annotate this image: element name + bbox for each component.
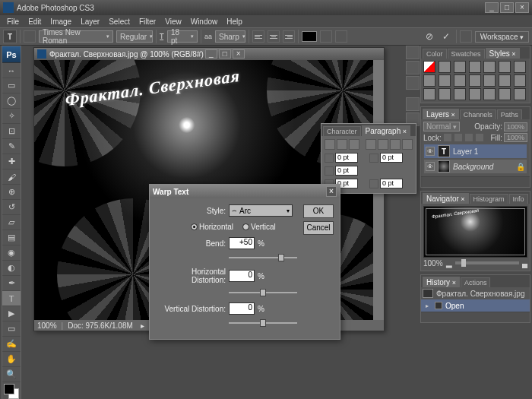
go-bridge-icon[interactable] — [460, 30, 472, 43]
text-orientation-toggle[interactable] — [24, 30, 36, 43]
style-swatch[interactable] — [423, 88, 435, 100]
tab-navigator[interactable]: Navigator × — [423, 193, 469, 204]
doc-info-menu-icon[interactable]: ▸ — [141, 321, 144, 330]
style-swatch[interactable] — [469, 61, 481, 73]
style-swatch[interactable] — [454, 88, 466, 100]
tab-histogram[interactable]: Histogram — [470, 194, 508, 204]
ok-button[interactable]: OK — [303, 204, 334, 218]
zoom-out-icon[interactable]: ▂ — [446, 259, 452, 268]
text-color-swatch[interactable] — [302, 31, 317, 42]
layer-row-text[interactable]: 👁 T Layer 1 — [423, 144, 527, 159]
align-left-button[interactable] — [252, 30, 264, 43]
space-after-field[interactable]: 0 pt — [380, 179, 403, 188]
gradient-tool[interactable]: ▤ — [2, 230, 21, 245]
tab-swatches[interactable]: Swatches — [448, 49, 485, 59]
layer-visibility-icon[interactable]: 👁 — [426, 147, 435, 156]
tab-paragraph[interactable]: Paragraph × — [362, 125, 410, 136]
char-panel-button[interactable] — [335, 30, 347, 43]
crop-tool[interactable]: ⊡ — [2, 124, 21, 139]
align-center-button[interactable] — [268, 30, 280, 43]
style-swatch[interactable] — [483, 88, 496, 100]
style-swatch[interactable] — [514, 88, 526, 100]
commit-edits-icon[interactable]: ✓ — [439, 30, 453, 43]
style-swatch[interactable] — [499, 74, 511, 87]
para-justify-all[interactable] — [402, 139, 413, 150]
style-none[interactable] — [423, 61, 435, 73]
style-swatch[interactable] — [454, 61, 466, 73]
notes-tool[interactable]: ✍ — [2, 337, 21, 352]
layer-name[interactable]: Layer 1 — [453, 147, 478, 156]
zoom-tool[interactable]: 🔍 — [2, 367, 21, 382]
history-brush-source-icon[interactable]: ▸ — [423, 301, 432, 310]
style-swatch[interactable] — [499, 61, 511, 73]
style-swatch[interactable] — [469, 74, 481, 87]
para-justify-center[interactable] — [378, 139, 388, 150]
fill-field[interactable]: 100% — [504, 133, 527, 142]
style-swatch[interactable] — [439, 61, 451, 73]
menu-help[interactable]: Help — [223, 17, 246, 27]
lock-pixels-icon[interactable] — [454, 133, 463, 142]
lock-trans-icon[interactable] — [443, 133, 452, 142]
vdist-slider[interactable] — [229, 319, 297, 327]
menu-select[interactable]: Select — [105, 17, 134, 27]
nav-zoom-field[interactable]: 100% — [423, 259, 443, 268]
tab-paths[interactable]: Paths — [497, 109, 522, 119]
history-state-open[interactable]: ▸ Open — [421, 299, 530, 312]
doc-zoom-field[interactable]: 100% — [37, 321, 57, 330]
tab-layers[interactable]: Layers × — [423, 109, 459, 119]
indent-left-field[interactable]: 0 pt — [335, 153, 358, 163]
indent-first-field[interactable]: 0 pt — [335, 166, 358, 176]
doc-max-button[interactable]: □ — [219, 49, 231, 59]
hdist-field[interactable]: 0 — [229, 270, 255, 282]
lock-all-icon[interactable] — [475, 133, 484, 142]
menu-window[interactable]: Window — [187, 17, 222, 27]
style-swatch[interactable] — [483, 61, 496, 73]
type-tool[interactable]: T — [2, 291, 21, 306]
doc-info-field[interactable]: Doc: 975.6K/1.08M — [68, 321, 133, 330]
indent-right-field[interactable]: 0 pt — [380, 153, 403, 163]
blend-mode-dropdown[interactable]: Normal ▾ — [423, 122, 460, 131]
horizontal-radio[interactable]: Horizontal — [191, 223, 233, 231]
font-size-dropdown[interactable]: 18 pt — [167, 30, 198, 43]
dialog-titlebar[interactable]: Warp Text × — [150, 185, 340, 198]
vdist-field[interactable]: 0 — [229, 302, 255, 315]
layer-visibility-icon[interactable]: 👁 — [426, 162, 435, 171]
nav-zoom-slider[interactable] — [455, 261, 519, 264]
doc-close-button[interactable]: × — [233, 49, 245, 59]
menu-image[interactable]: Image — [46, 17, 75, 27]
tab-info[interactable]: Info — [509, 194, 528, 204]
cancel-edits-icon[interactable]: ⊘ — [423, 30, 436, 43]
menu-file[interactable]: File — [3, 17, 23, 27]
para-align-right[interactable] — [349, 139, 359, 150]
clone-tool[interactable]: ⊕ — [2, 185, 21, 200]
history-snapshot[interactable]: Фрактал. Сверхновая.jpg — [421, 287, 530, 299]
fg-color-swatch[interactable] — [4, 384, 14, 394]
opacity-field[interactable]: 100% — [504, 122, 527, 131]
doc-min-button[interactable]: _ — [205, 49, 217, 59]
align-right-button[interactable] — [283, 30, 295, 43]
para-align-left[interactable] — [325, 139, 335, 150]
tab-history[interactable]: History × — [423, 277, 460, 287]
navigator-thumbnail[interactable]: Фрактал. Сверхновая — [423, 206, 527, 258]
para-justify-right[interactable] — [390, 139, 401, 150]
menu-filter[interactable]: Filter — [135, 17, 160, 27]
marquee-tool[interactable]: ▭ — [2, 78, 21, 93]
history-brush-tool[interactable]: ↺ — [2, 200, 21, 215]
blur-tool[interactable]: ◉ — [2, 245, 21, 261]
tab-character[interactable]: Character — [323, 126, 361, 136]
zoom-in-icon[interactable]: ▄ — [522, 259, 527, 268]
dock-icon-tool-presets[interactable] — [406, 61, 420, 74]
history-footer[interactable] — [421, 312, 530, 322]
style-swatch[interactable] — [499, 88, 511, 100]
para-justify-left[interactable] — [366, 139, 376, 150]
style-swatch[interactable] — [469, 88, 481, 100]
lasso-tool[interactable]: ◯ — [2, 93, 21, 109]
dock-icon-brushes[interactable] — [406, 46, 420, 59]
menu-layer[interactable]: Layer — [77, 17, 103, 27]
cancel-button[interactable]: Cancel — [303, 221, 334, 235]
eraser-tool[interactable]: ▱ — [2, 215, 21, 230]
menu-view[interactable]: View — [161, 17, 185, 27]
app-maximize-button[interactable]: □ — [500, 2, 514, 13]
dock-icon-layer-comps[interactable] — [406, 76, 420, 90]
move-tool[interactable]: ↔ — [2, 63, 21, 78]
